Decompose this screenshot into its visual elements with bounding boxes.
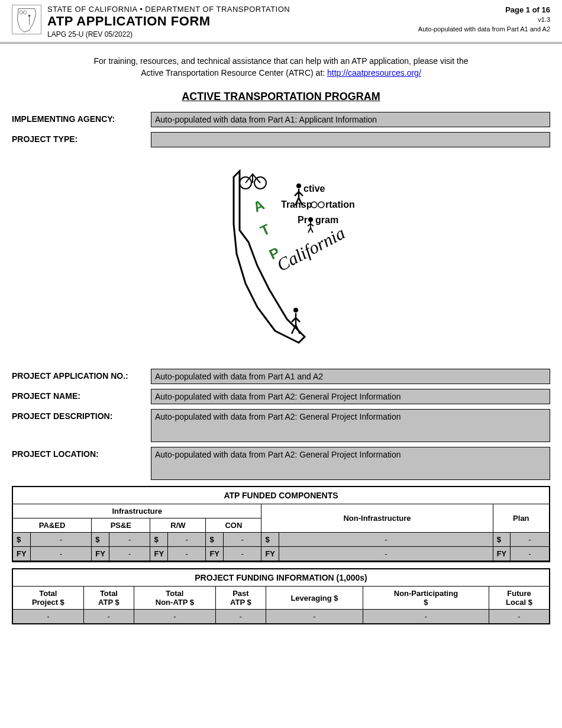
svg-text:rtation: rtation: [325, 199, 355, 210]
project-location-row: PROJECT LOCATION: Auto-populated with da…: [12, 447, 550, 480]
svg-text:gram: gram: [315, 215, 338, 225]
svg-point-8: [293, 308, 298, 313]
page-number: Page 1 of 16: [418, 5, 550, 15]
project-type-field[interactable]: [151, 132, 550, 147]
project-application-no-label: PROJECT APPLICATION NO.:: [12, 369, 151, 381]
project-name-label: PROJECT NAME:: [12, 389, 151, 401]
atp-california-logo: A T P ctive Transp rtation Pr gram Calif…: [0, 165, 562, 351]
atrc-link[interactable]: http://caatpresources.org/: [327, 68, 421, 78]
col-con: CON: [206, 518, 261, 533]
atp-funded-title: ATP FUNDED COMPONENTS: [12, 487, 550, 504]
fund-col-3: Past ATP $: [215, 587, 266, 610]
project-application-no-row: PROJECT APPLICATION NO.: Auto-populated …: [12, 369, 550, 384]
col-rw: R/W: [150, 518, 206, 533]
atp-california-logo-icon: A T P ctive Transp rtation Pr gram Calif…: [204, 165, 358, 349]
project-type-label: PROJECT TYPE:: [12, 132, 151, 144]
svg-point-0: [20, 11, 23, 14]
col-paed: PA&ED: [12, 518, 92, 533]
implementing-agency-label: IMPLEMENTING AGENCY:: [12, 112, 151, 124]
svg-text:T: T: [258, 221, 273, 239]
page-header: STATE OF CALIFORNIA • DEPARTMENT OF TRAN…: [0, 0, 562, 44]
project-application-no-field[interactable]: Auto-populated with data from Part A1 an…: [151, 369, 550, 384]
svg-point-13: [318, 202, 324, 208]
header-text-block: STATE OF CALIFORNIA • DEPARTMENT OF TRAN…: [47, 5, 418, 38]
col-noninfra: Non-Infrastructure: [261, 504, 493, 533]
project-location-label: PROJECT LOCATION:: [12, 447, 151, 459]
col-pse: PS&E: [92, 518, 150, 533]
funding-info-table-wrap: PROJECT FUNDING INFORMATION (1,000s) Tot…: [12, 568, 550, 624]
svg-text:Transp: Transp: [281, 199, 312, 210]
project-type-row: PROJECT TYPE:: [12, 132, 550, 147]
funding-info-title: PROJECT FUNDING INFORMATION (1,000s): [12, 569, 550, 587]
funding-info-table: PROJECT FUNDING INFORMATION (1,000s) Tot…: [12, 568, 550, 624]
svg-point-9: [296, 183, 301, 188]
fund-col-0: Total Project $: [12, 587, 83, 610]
svg-point-2: [28, 15, 31, 17]
implementing-agency-row: IMPLEMENTING AGENCY: Auto-populated with…: [12, 112, 550, 127]
caltrans-logo-icon: [13, 6, 40, 33]
project-description-label: PROJECT DESCRIPTION:: [12, 409, 151, 421]
svg-point-12: [311, 202, 317, 208]
fund-col-2: Total Non-ATP $: [134, 587, 215, 610]
project-description-field[interactable]: Auto-populated with data from Part A2: G…: [151, 409, 550, 442]
form-title: ATP APPLICATION FORM: [47, 14, 418, 29]
caltrans-logo: [12, 5, 41, 34]
funding-row: - - - - - - -: [12, 610, 550, 624]
version: v1.3: [418, 15, 550, 24]
project-location-field[interactable]: Auto-populated with data from Part A2: G…: [151, 447, 550, 480]
form-code: LAPG 25-U (REV 05/2022): [47, 30, 418, 38]
fund-col-6: Future Local $: [489, 587, 550, 610]
svg-text:ctive: ctive: [303, 183, 325, 194]
atp-funded-table: ATP FUNDED COMPONENTS Infrastructure Non…: [12, 486, 550, 562]
svg-text:Pr: Pr: [298, 215, 308, 225]
infrastructure-header: Infrastructure: [12, 504, 261, 518]
svg-point-1: [23, 11, 27, 14]
intro-text: For training, resources, and technical a…: [35, 56, 527, 79]
atp-fy-row: FY- FY- FY- FY- FY- FY-: [12, 547, 550, 562]
svg-point-16: [308, 217, 313, 222]
svg-text:A: A: [251, 197, 267, 215]
atp-dollar-row: $- $- $- $- $- $-: [12, 533, 550, 547]
fund-col-1: Total ATP $: [83, 587, 134, 610]
project-name-row: PROJECT NAME: Auto-populated with data f…: [12, 389, 550, 404]
atp-funded-table-wrap: ATP FUNDED COMPONENTS Infrastructure Non…: [12, 486, 550, 562]
program-title: ACTIVE TRANSPORTATION PROGRAM: [0, 91, 562, 103]
department-line: STATE OF CALIFORNIA • DEPARTMENT OF TRAN…: [47, 5, 418, 14]
col-plan: Plan: [493, 504, 550, 533]
svg-text:California: California: [273, 223, 348, 275]
fund-col-4: Leveraging $: [266, 587, 363, 610]
fund-col-5: Non-Participating $: [363, 587, 489, 610]
project-description-row: PROJECT DESCRIPTION: Auto-populated with…: [12, 409, 550, 442]
implementing-agency-field[interactable]: Auto-populated with data from Part A1: A…: [151, 112, 550, 127]
auto-populated-note: Auto-populated with data from Part A1 an…: [418, 25, 550, 34]
header-right: Page 1 of 16 v1.3 Auto-populated with da…: [418, 5, 550, 34]
project-name-field[interactable]: Auto-populated with data from Part A2: G…: [151, 389, 550, 404]
